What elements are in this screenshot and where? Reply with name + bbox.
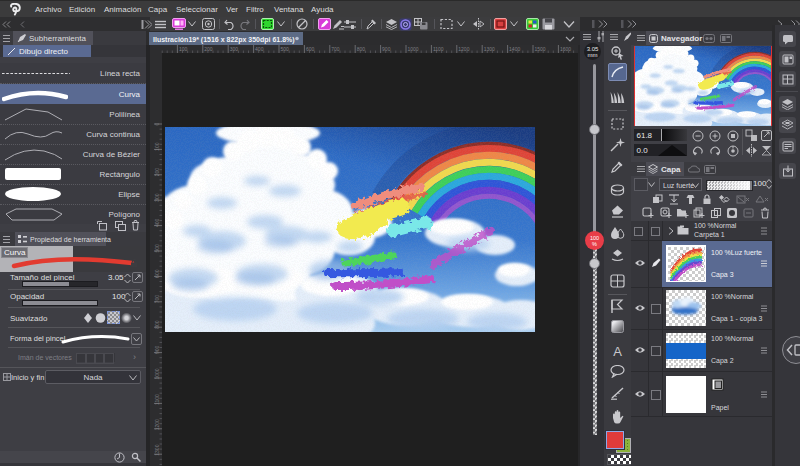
svg-text:1000: 1000 — [408, 46, 419, 52]
svg-text:500: 500 — [281, 46, 290, 52]
svg-text:1200: 1200 — [154, 419, 160, 430]
svg-text:100: 100 — [179, 46, 188, 52]
svg-text:300: 300 — [230, 46, 239, 52]
svg-text:1200: 1200 — [458, 46, 469, 52]
svg-text:800: 800 — [357, 46, 366, 52]
svg-text:700: 700 — [331, 46, 340, 52]
svg-text:100: 100 — [154, 142, 160, 151]
svg-text:200: 200 — [204, 46, 213, 52]
svg-text:800: 800 — [154, 320, 160, 329]
svg-text:0: 0 — [154, 123, 160, 126]
svg-text:1000: 1000 — [154, 368, 160, 379]
svg-text:900: 900 — [154, 346, 160, 355]
svg-text:1100: 1100 — [433, 46, 444, 52]
svg-text:600: 600 — [154, 269, 160, 278]
svg-text:900: 900 — [382, 46, 391, 52]
svg-text:400: 400 — [255, 46, 264, 52]
svg-text:400: 400 — [154, 219, 160, 228]
svg-text:1500: 1500 — [535, 46, 546, 52]
svg-text:600: 600 — [306, 46, 315, 52]
svg-text:1300: 1300 — [484, 46, 495, 52]
svg-text:1100: 1100 — [154, 394, 160, 405]
svg-text:500: 500 — [154, 244, 160, 253]
svg-text:300: 300 — [154, 193, 160, 202]
svg-text:1600: 1600 — [560, 46, 571, 52]
svg-text:700: 700 — [154, 295, 160, 304]
svg-text:1400: 1400 — [509, 46, 520, 52]
svg-text:200: 200 — [154, 168, 160, 177]
svg-text:Ilustración19* (1516 x 822px 3: Ilustración19* (1516 x 822px 350dpi 61.8… — [153, 36, 295, 44]
svg-text:1300: 1300 — [154, 444, 160, 455]
